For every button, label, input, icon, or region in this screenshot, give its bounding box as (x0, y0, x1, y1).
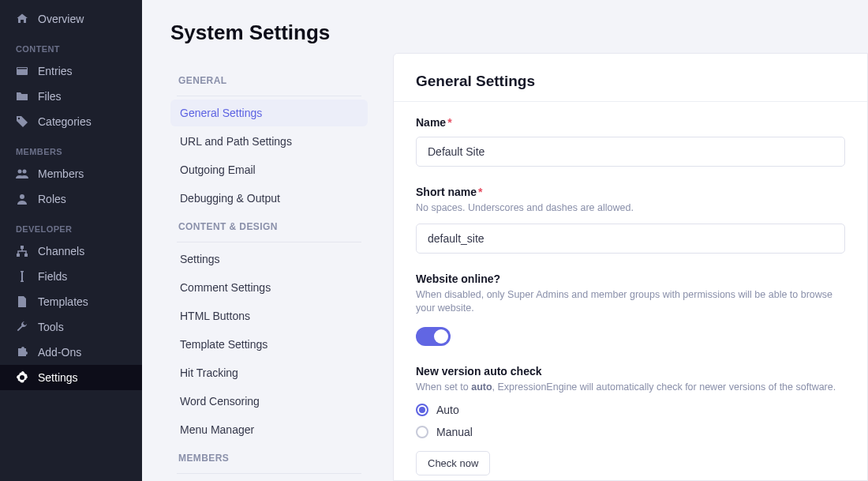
subnav-item-outgoing-email[interactable]: Outgoing Email (170, 156, 368, 183)
sidebar-item-overview[interactable]: Overview (0, 6, 142, 32)
subnav-item-general-settings[interactable]: General Settings (170, 100, 368, 126)
website-online-toggle[interactable] (416, 327, 451, 346)
desc-text: When set to (416, 381, 471, 393)
tag-icon (16, 115, 28, 128)
sidebar-item-label: Roles (38, 193, 66, 205)
short-name-input[interactable] (416, 224, 845, 254)
svg-rect-8 (24, 254, 28, 257)
folder-icon (16, 90, 28, 103)
field-version-check: New version auto check When set to auto,… (394, 351, 867, 482)
radio-auto[interactable]: Auto (416, 404, 845, 416)
field-label-text: Short name (416, 186, 477, 198)
field-description: When disabled, only Super Admins and mem… (416, 288, 845, 316)
sidebar-item-label: Add-Ons (38, 346, 81, 359)
subnav-group-members: MEMBERS (170, 445, 368, 470)
radio-label: Auto (436, 404, 459, 416)
sidebar-item-label: Files (38, 90, 62, 103)
subnav-item-html-buttons[interactable]: HTML Buttons (170, 303, 368, 329)
users-icon (16, 167, 28, 180)
sidebar-item-templates[interactable]: Templates (0, 289, 142, 314)
sidebar-section-members: MEMBERS (0, 134, 142, 161)
radio-label: Manual (436, 426, 473, 438)
user-icon (16, 193, 28, 205)
i-cursor-icon (16, 270, 28, 283)
home-icon (16, 13, 28, 25)
svg-rect-6 (21, 246, 24, 249)
sidebar-item-files[interactable]: Files (0, 84, 142, 109)
sidebar-item-label: Settings (38, 371, 78, 384)
divider (177, 242, 361, 242)
panel-heading: General Settings (394, 54, 867, 101)
subnav-item-hit-tracking[interactable]: Hit Tracking (170, 359, 368, 386)
toggle-knob (434, 329, 448, 344)
field-description: No spaces. Underscores and dashes are al… (416, 201, 845, 216)
desc-bold: auto (471, 381, 492, 393)
check-now-button[interactable]: Check now (416, 451, 490, 475)
radio-indicator (416, 426, 428, 438)
subnav-item-comment-settings[interactable]: Comment Settings (170, 274, 368, 301)
sidebar-item-categories[interactable]: Categories (0, 109, 142, 134)
svg-point-3 (18, 170, 22, 174)
subnav-item-url-path[interactable]: URL and Path Settings (170, 128, 368, 155)
field-short-name: Short name* No spaces. Underscores and d… (394, 171, 867, 258)
radio-manual[interactable]: Manual (416, 426, 845, 438)
field-label-text: Name (416, 116, 446, 129)
svg-point-4 (23, 170, 27, 174)
sidebar-item-label: Members (38, 167, 84, 180)
sidebar-item-settings[interactable]: Settings (0, 365, 142, 390)
panel-title: General Settings (416, 73, 845, 90)
settings-panel: General Settings Name* Short name* No sp… (393, 53, 868, 481)
sidebar-item-label: Overview (38, 13, 84, 25)
subnav-item-debugging[interactable]: Debugging & Output (170, 185, 368, 212)
field-description: When set to auto, ExpressionEngine will … (416, 381, 845, 395)
sidebar-item-label: Tools (38, 321, 64, 333)
divider (177, 473, 361, 474)
sidebar-item-members[interactable]: Members (0, 161, 142, 186)
sidebar-section-content: CONTENT (0, 32, 142, 58)
sidebar-item-tools[interactable]: Tools (0, 314, 142, 340)
desc-text: , ExpressionEngine will automatically ch… (492, 381, 836, 393)
svg-rect-7 (17, 254, 20, 257)
field-label: Website online? (416, 272, 845, 285)
sidebar-item-label: Fields (38, 270, 67, 283)
list-icon (16, 65, 28, 77)
sidebar-item-entries[interactable]: Entries (0, 58, 142, 84)
required-asterisk: * (478, 186, 482, 198)
sidebar-item-label: Templates (38, 295, 88, 308)
sidebar-item-roles[interactable]: Roles (0, 186, 142, 212)
field-label: New version auto check (416, 365, 845, 378)
svg-point-5 (20, 194, 24, 199)
name-input[interactable] (416, 137, 845, 167)
subnav-item-menu-manager[interactable]: Menu Manager (170, 416, 368, 443)
field-website-online: Website online? When disabled, only Supe… (394, 258, 867, 351)
sidebar-item-channels[interactable]: Channels (0, 239, 142, 264)
sidebar-item-label: Channels (38, 245, 84, 257)
sidebar-item-fields[interactable]: Fields (0, 264, 142, 289)
sitemap-icon (16, 245, 28, 257)
field-name: Name* (394, 102, 867, 171)
field-label: Short name* (416, 186, 845, 198)
main-area: System Settings GENERAL General Settings… (142, 0, 868, 481)
file-icon (16, 295, 28, 308)
primary-sidebar: Overview CONTENT Entries Files Categorie… (0, 0, 142, 481)
content-row: GENERAL General Settings URL and Path Se… (142, 53, 868, 481)
subnav-group-content-design: CONTENT & DESIGN (170, 213, 368, 239)
settings-subnav: GENERAL General Settings URL and Path Se… (170, 53, 368, 481)
subnav-item-word-censoring[interactable]: Word Censoring (170, 388, 368, 415)
puzzle-icon (16, 346, 28, 359)
sidebar-item-label: Entries (38, 65, 73, 77)
subnav-item-settings[interactable]: Settings (170, 246, 368, 272)
radio-indicator (416, 404, 428, 416)
svg-point-2 (18, 118, 20, 119)
page-header: System Settings (142, 0, 868, 53)
sidebar-item-label: Categories (38, 115, 92, 128)
page-title: System Settings (170, 21, 840, 45)
sidebar-item-addons[interactable]: Add-Ons (0, 340, 142, 365)
sidebar-section-developer: DEVELOPER (0, 212, 142, 239)
field-label: Name* (416, 116, 845, 129)
subnav-item-template-settings[interactable]: Template Settings (170, 331, 368, 358)
divider (177, 96, 361, 96)
svg-rect-1 (17, 68, 27, 70)
subnav-group-general: GENERAL (170, 67, 368, 92)
wrench-icon (16, 321, 28, 333)
